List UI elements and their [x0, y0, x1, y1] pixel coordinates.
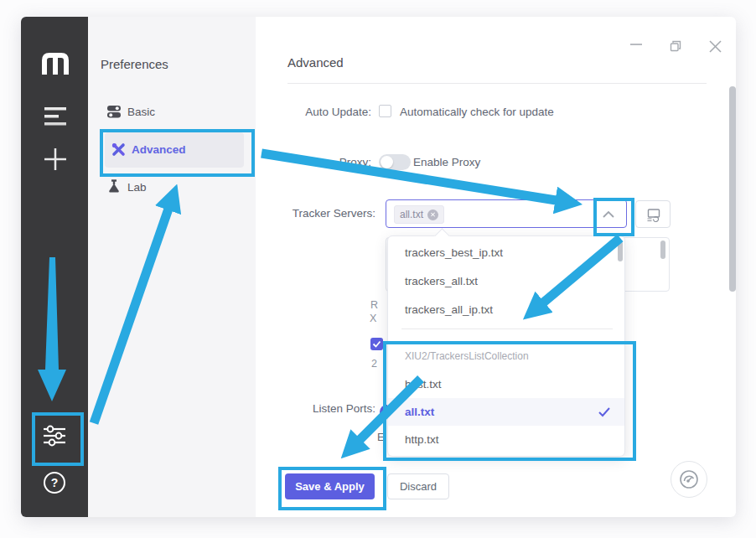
- page-title: Advanced: [287, 55, 344, 70]
- auto-update-checkbox[interactable]: [379, 105, 391, 117]
- annotation-box-dropdown-group: [383, 341, 636, 461]
- close-icon[interactable]: [709, 40, 722, 53]
- dropdown-item[interactable]: trackers_best_ip.txt: [388, 239, 624, 267]
- help-icon[interactable]: ?: [44, 472, 65, 494]
- sidebar-item-lab[interactable]: Lab: [127, 181, 147, 194]
- listen-ports-label: Listen Ports:: [241, 402, 375, 415]
- textarea-scrollbar[interactable]: [660, 241, 665, 259]
- dropdown-item[interactable]: trackers_all.txt: [388, 267, 624, 296]
- main-scrollbar[interactable]: [729, 86, 736, 292]
- flask-icon: [107, 179, 121, 194]
- screenshot-stage: ? Preferences Basic Advanced: [0, 0, 756, 538]
- sync-trackers-button[interactable]: [635, 200, 671, 228]
- tag-remove-icon[interactable]: [427, 210, 438, 220]
- annotation-box-chevron: [593, 198, 634, 236]
- auto-sync-checkbox[interactable]: [370, 338, 383, 350]
- dropdown-item[interactable]: trackers_all_ip.txt: [388, 296, 624, 324]
- preferences-nav: Preferences Basic Advanced: [88, 17, 256, 517]
- selected-tag-label: all.txt: [400, 209, 423, 220]
- speedometer-icon: [678, 468, 700, 490]
- tracker-servers-label: Tracker Servers:: [241, 207, 375, 220]
- dropdown-divider: [401, 328, 613, 329]
- dropdown-scrollbar[interactable]: [618, 241, 623, 261]
- auto-update-label: Auto Update:: [237, 106, 371, 118]
- discard-label: Discard: [400, 480, 437, 493]
- add-task-icon[interactable]: [43, 147, 68, 172]
- annotation-box-save-button: [278, 467, 386, 510]
- minimize-icon[interactable]: [630, 42, 642, 47]
- title-divider: [287, 83, 707, 84]
- motrix-logo: [41, 52, 70, 75]
- annotation-box-advanced-item: [100, 129, 255, 177]
- proxy-label: Proxy:: [237, 156, 371, 168]
- clipped-text-line2: X: [370, 313, 376, 324]
- tracker-servers-select[interactable]: all.txt: [386, 199, 627, 228]
- speed-limit-button[interactable]: [671, 461, 707, 498]
- preferences-title: Preferences: [101, 57, 168, 71]
- restore-icon[interactable]: [670, 40, 681, 52]
- task-list-icon[interactable]: [44, 107, 66, 126]
- proxy-toggle[interactable]: [379, 154, 411, 170]
- annotation-box-preferences-icon: [32, 412, 84, 466]
- sync-icon: [646, 208, 661, 222]
- auto-update-checkbox-label[interactable]: Automatically check for update: [400, 106, 554, 118]
- toggles-icon: [107, 105, 121, 118]
- sidebar-item-basic[interactable]: Basic: [127, 106, 155, 118]
- clipped-text-line1: R: [370, 299, 378, 311]
- selected-tag: all.txt: [394, 205, 444, 224]
- discard-button[interactable]: Discard: [387, 473, 449, 499]
- clipped-text-line3: 2: [371, 358, 377, 370]
- help-glyph: ?: [51, 476, 59, 489]
- proxy-toggle-label[interactable]: Enable Proxy: [413, 156, 480, 168]
- toggle-knob: [381, 156, 393, 168]
